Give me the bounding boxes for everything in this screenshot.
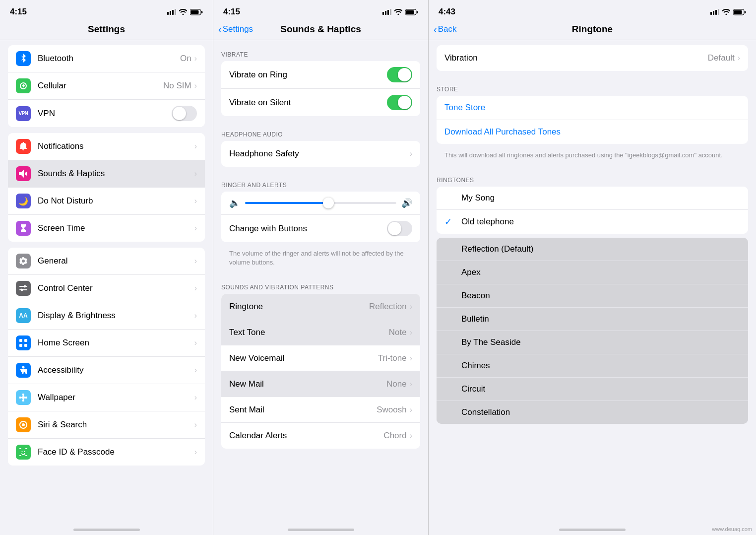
bluetooth-row[interactable]: Bluetooth On › bbox=[8, 45, 205, 72]
bytheseaside-row[interactable]: By The Seaside bbox=[437, 331, 748, 354]
mysong-label: My Song bbox=[461, 193, 495, 203]
ringtone-pattern-value: Reflection bbox=[369, 302, 407, 312]
mid-scroll[interactable]: VIBRATE Vibrate on Ring Vibrate on Silen… bbox=[213, 40, 428, 518]
vibrate-silent-row[interactable]: Vibrate on Silent bbox=[221, 89, 420, 116]
oldtelephone-row[interactable]: ✓ Old telephone bbox=[437, 210, 748, 234]
faceid-row[interactable]: Face ID & Passcode › bbox=[8, 439, 205, 466]
ringer-group: 🔈 🔊 Change with Buttons bbox=[221, 192, 420, 242]
siri-row[interactable]: Siri & Search › bbox=[8, 411, 205, 439]
cellular-row[interactable]: Cellular No SIM › bbox=[8, 72, 205, 100]
mid-back-button[interactable]: ‹ Settings bbox=[218, 24, 253, 35]
circuit-row[interactable]: Circuit bbox=[437, 378, 748, 401]
svg-rect-16 bbox=[24, 344, 27, 347]
vibrate-ring-toggle[interactable] bbox=[387, 67, 412, 82]
change-buttons-toggle[interactable] bbox=[387, 221, 412, 236]
sentmail-pattern-row[interactable]: Sent Mail Swoosh › bbox=[221, 397, 420, 423]
calendar-label: Calendar Alerts bbox=[229, 431, 383, 441]
accessibility-icon bbox=[16, 363, 31, 378]
reflection-row[interactable]: Reflection (Default) bbox=[437, 238, 748, 261]
accessibility-row[interactable]: Accessibility › bbox=[8, 357, 205, 384]
vibration-row[interactable]: Vibration Default › bbox=[437, 45, 748, 71]
status-icons-left bbox=[167, 9, 203, 15]
homescreen-row[interactable]: Home Screen › bbox=[8, 330, 205, 357]
change-buttons-row[interactable]: Change with Buttons bbox=[221, 215, 420, 242]
screentime-row[interactable]: Screen Time › bbox=[8, 215, 205, 242]
vpn-toggle[interactable] bbox=[172, 106, 197, 121]
vibrate-ring-row[interactable]: Vibrate on Ring bbox=[221, 61, 420, 89]
vibration-group: Vibration Default › bbox=[437, 45, 748, 71]
general-row[interactable]: General › bbox=[8, 248, 205, 275]
ringer-header: RINGER AND ALERTS bbox=[213, 171, 428, 192]
tone-store-link[interactable]: Tone Store bbox=[437, 96, 748, 120]
bulletin-row[interactable]: Bulletin bbox=[437, 308, 748, 331]
store-header: STORE bbox=[429, 75, 756, 96]
headphone-safety-row[interactable]: Headphone Safety › bbox=[221, 141, 420, 167]
svg-rect-25 bbox=[19, 448, 21, 449]
right-scroll[interactable]: Vibration Default › STORE Tone Store Dow… bbox=[429, 40, 756, 518]
svg-rect-13 bbox=[19, 339, 22, 342]
status-bar-left: 4:15 bbox=[0, 0, 213, 20]
texttone-value: Note bbox=[389, 328, 407, 337]
sentmail-chevron: › bbox=[410, 405, 412, 414]
newmail-pattern-row[interactable]: New Mail None › bbox=[221, 371, 420, 397]
svg-rect-3 bbox=[175, 9, 176, 15]
sentmail-label: Sent Mail bbox=[229, 405, 377, 415]
mid-back-label: Settings bbox=[223, 24, 253, 34]
headphone-header: HEADPHONE AUDIO bbox=[213, 120, 428, 141]
svg-point-19 bbox=[22, 394, 24, 396]
ringer-slider-thumb[interactable] bbox=[323, 198, 334, 208]
screentime-icon bbox=[16, 221, 31, 236]
calendar-pattern-row[interactable]: Calendar Alerts Chord › bbox=[221, 423, 420, 449]
right-back-button[interactable]: ‹ Back bbox=[434, 24, 456, 35]
chimes-row[interactable]: Chimes bbox=[437, 354, 748, 378]
status-icons-right bbox=[710, 9, 746, 15]
vpn-row[interactable]: VPN VPN bbox=[8, 100, 205, 127]
headphone-chevron: › bbox=[410, 149, 412, 158]
store-caption: This will download all ringtones and ale… bbox=[429, 148, 756, 166]
svg-rect-31 bbox=[382, 12, 384, 15]
dnd-row[interactable]: 🌙 Do Not Disturb › bbox=[8, 188, 205, 215]
wallpaper-row[interactable]: Wallpaper › bbox=[8, 384, 205, 411]
vibration-label: Vibration bbox=[444, 53, 708, 63]
texttone-label: Text Tone bbox=[229, 328, 389, 337]
time-left: 4:15 bbox=[10, 7, 27, 17]
oldtelephone-checkmark: ✓ bbox=[444, 216, 454, 227]
newvm-pattern-row[interactable]: New Voicemail Tri-tone › bbox=[221, 345, 420, 371]
svg-rect-28 bbox=[25, 455, 27, 456]
display-row[interactable]: AA Display & Brightness › bbox=[8, 302, 205, 330]
oldtelephone-label: Old telephone bbox=[461, 217, 514, 227]
texttone-pattern-row[interactable]: Text Tone Note › bbox=[221, 320, 420, 345]
vibrate-silent-toggle[interactable] bbox=[387, 95, 412, 110]
general-label: General bbox=[38, 256, 194, 266]
ringtone-pattern-row[interactable]: Ringtone Reflection › bbox=[221, 294, 420, 320]
ringer-slider-track[interactable] bbox=[245, 202, 396, 204]
control-center-row[interactable]: Control Center › bbox=[8, 275, 205, 302]
svg-rect-34 bbox=[390, 9, 391, 15]
download-tones-link[interactable]: Download All Purchased Tones bbox=[437, 120, 748, 144]
newmail-chevron: › bbox=[410, 380, 412, 389]
ringer-slider-row[interactable]: 🔈 🔊 bbox=[221, 192, 420, 215]
notif-sounds-group: Notifications › Sounds & Haptics › 🌙 Do … bbox=[8, 133, 205, 242]
general-chevron: › bbox=[194, 257, 197, 266]
faceid-chevron: › bbox=[194, 448, 197, 457]
nav-bar-left: Settings bbox=[0, 20, 213, 40]
home-indicator-mid bbox=[213, 518, 428, 535]
homescreen-icon bbox=[16, 335, 31, 350]
svg-rect-39 bbox=[715, 10, 717, 15]
wifi-icon-mid bbox=[394, 9, 402, 15]
notifications-row[interactable]: Notifications › bbox=[8, 133, 205, 160]
chimes-label: Chimes bbox=[461, 361, 490, 371]
signal-icon-right bbox=[710, 9, 719, 15]
left-scroll[interactable]: Bluetooth On › Cellular No SIM › VPN VPN bbox=[0, 40, 213, 518]
sounds-haptics-row[interactable]: Sounds & Haptics › bbox=[8, 160, 205, 188]
mysong-row[interactable]: My Song bbox=[437, 187, 748, 210]
beacon-row[interactable]: Beacon bbox=[437, 284, 748, 308]
right-back-label: Back bbox=[438, 24, 457, 34]
siri-icon bbox=[16, 417, 31, 432]
vpn-icon: VPN bbox=[16, 106, 31, 121]
patterns-group: Ringtone Reflection › Text Tone Note › N… bbox=[221, 294, 420, 449]
constellation-row[interactable]: Constellation bbox=[437, 401, 748, 424]
signal-icon bbox=[167, 9, 176, 15]
home-indicator-right bbox=[429, 518, 756, 535]
apex-row[interactable]: Apex bbox=[437, 261, 748, 284]
